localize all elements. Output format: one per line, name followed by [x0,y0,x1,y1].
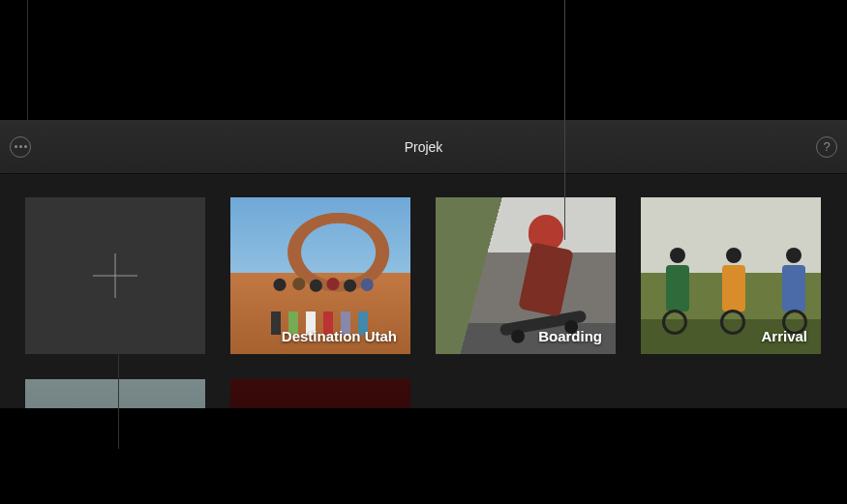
header-bar: Projek ? [0,120,847,174]
project-tile[interactable]: Boarding [436,197,616,354]
project-tile[interactable]: Arrival [641,197,821,354]
thumbnail-art [660,248,695,335]
callout-line-more [27,0,28,120]
create-project-tile[interactable] [25,197,205,354]
callout-line-project [564,0,565,240]
ellipsis-icon [15,145,27,148]
project-title-label: Arrival [761,328,807,344]
page-title: Projek [405,139,443,155]
help-button[interactable]: ? [816,136,837,158]
thumbnail-art [776,248,811,335]
project-tile[interactable]: Destination Utah [230,197,410,354]
plus-icon [93,253,137,298]
thumbnail-art [716,248,751,335]
project-title-label: Destination Utah [282,328,397,344]
project-title-label: Boarding [538,328,602,344]
projects-browser-window: Projek ? Destination Utah Boarding Arriv… [0,120,847,408]
question-mark-icon: ? [823,139,830,154]
more-button[interactable] [10,136,31,158]
project-tile[interactable] [25,379,205,408]
callout-line-add [118,302,119,449]
projects-grid: Destination Utah Boarding Arrival [0,174,847,408]
project-tile[interactable] [230,379,410,408]
